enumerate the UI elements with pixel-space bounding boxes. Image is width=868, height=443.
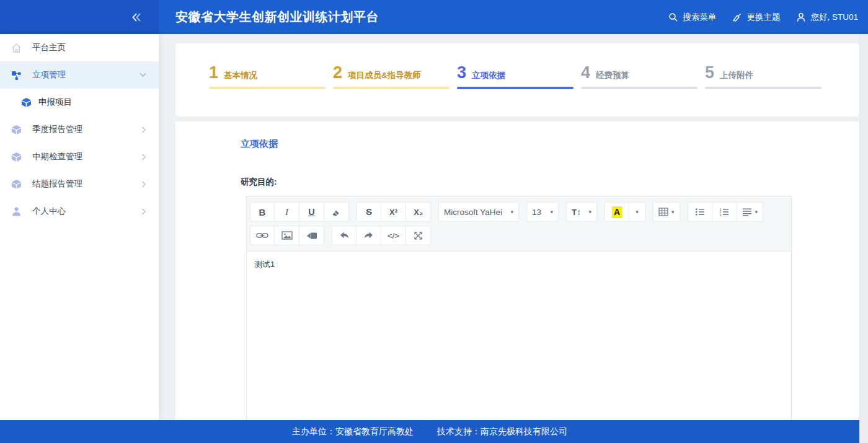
step-label: 上传附件 — [720, 70, 753, 81]
svg-text:3: 3 — [720, 213, 722, 216]
sidebar-item-personal-center[interactable]: 个人中心 — [0, 198, 159, 225]
ordered-list-icon: 1 2 3 — [719, 208, 729, 216]
field-label-research-purpose: 研究目的: — [241, 177, 277, 188]
italic-button[interactable]: I — [275, 202, 299, 222]
sidebar-item-label: 季度报告管理 — [32, 124, 82, 135]
step-number: 2 — [333, 64, 342, 81]
step-label: 基本情况 — [224, 70, 257, 81]
font-color-button[interactable]: A — [604, 202, 629, 222]
line-height-icon: T↕ — [572, 208, 581, 217]
underline-button[interactable]: U — [299, 202, 324, 222]
collapse-sidebar-icon[interactable] — [131, 12, 143, 22]
theme-brush-icon — [732, 12, 742, 22]
chevron-down-icon — [140, 72, 146, 77]
superscript-button[interactable]: X² — [381, 202, 406, 222]
insert-link-button[interactable] — [250, 226, 275, 245]
font-size-dropdown[interactable]: 13 ▾ — [526, 202, 559, 222]
insert-image-button[interactable] — [275, 226, 299, 245]
paragraph-align-dropdown[interactable]: ▾ — [737, 202, 764, 222]
cube-icon — [11, 179, 22, 190]
wizard-steps: 1 基本情况 2 项目成员&指导教师 3 立项依据 4 经费预算 — [209, 64, 829, 89]
sidebar-item-final-report[interactable]: 结题报告管理 — [0, 170, 159, 198]
vertical-scrollbar[interactable] — [859, 34, 868, 443]
image-icon — [281, 231, 293, 240]
fullscreen-button[interactable] — [406, 226, 431, 245]
bold-button[interactable]: B — [250, 202, 275, 222]
insert-video-button[interactable] — [299, 226, 324, 245]
editor-content-area[interactable]: 测试1 — [247, 252, 791, 434]
redo-icon — [363, 231, 374, 240]
search-menu-button[interactable]: 搜索菜单 — [668, 12, 716, 23]
strikethrough-button[interactable]: S — [356, 202, 381, 222]
sidebar-item-project-management[interactable]: 立项管理 — [0, 61, 159, 89]
unordered-list-button[interactable] — [688, 202, 712, 222]
editor-toolbar: B I U S X² X₂ — [247, 196, 791, 252]
step-budget[interactable]: 4 经费预算 — [581, 64, 705, 89]
clear-format-button[interactable] — [324, 202, 349, 222]
sidebar: 平台主页 立项管理 申报项目 — [0, 34, 159, 420]
link-icon — [256, 232, 268, 239]
subscript-button[interactable]: X₂ — [406, 202, 431, 222]
caret-down-icon: ▾ — [588, 209, 591, 215]
caret-down-icon: ▾ — [755, 209, 758, 215]
video-icon — [306, 232, 317, 240]
eraser-icon — [331, 207, 342, 217]
ordered-list-button[interactable]: 1 2 3 — [712, 202, 737, 222]
step-underline — [333, 87, 450, 89]
font-color-dropdown[interactable]: ▾ — [629, 202, 645, 222]
undo-icon — [339, 231, 350, 240]
sidebar-item-quarterly-report[interactable]: 季度报告管理 — [0, 116, 159, 143]
user-greeting-label: 您好, STU01 — [810, 12, 858, 23]
font-family-dropdown[interactable]: Microsoft YaHei ▾ — [438, 202, 519, 222]
sidebar-item-home[interactable]: 平台主页 — [0, 34, 159, 61]
step-basic-info[interactable]: 1 基本情况 — [209, 64, 333, 89]
sidebar-item-label: 结题报告管理 — [32, 178, 82, 190]
sidebar-item-label: 立项管理 — [32, 69, 66, 81]
rich-text-editor: B I U S X² X₂ — [246, 196, 792, 420]
step-number: 4 — [581, 64, 590, 81]
step-members-teachers[interactable]: 2 项目成员&指导教师 — [333, 64, 457, 89]
redo-button[interactable] — [356, 226, 381, 245]
chevron-right-icon — [141, 181, 146, 188]
line-height-dropdown[interactable]: T↕ ▾ — [566, 202, 597, 222]
step-label: 经费预算 — [596, 70, 629, 81]
fullscreen-icon — [414, 231, 423, 240]
align-icon — [742, 208, 752, 216]
app-title: 安徽省大学生创新创业训练计划平台 — [175, 0, 379, 34]
step-project-basis[interactable]: 3 立项依据 — [457, 64, 581, 89]
home-icon — [11, 43, 22, 53]
sidebar-item-declare-project[interactable]: 申报项目 — [0, 89, 159, 116]
change-theme-label: 更换主题 — [746, 12, 780, 23]
undo-button[interactable] — [332, 226, 356, 245]
top-header: 安徽省大学生创新创业训练计划平台 搜索菜单 更换主题 — [0, 0, 868, 34]
caret-down-icon: ▾ — [510, 209, 513, 215]
project-tree-icon — [11, 70, 22, 81]
step-underline — [705, 87, 822, 89]
cube-icon — [21, 97, 32, 108]
font-color-icon: A — [612, 206, 622, 218]
sidebar-item-label: 平台主页 — [32, 42, 66, 53]
code-view-button[interactable]: </> — [381, 226, 406, 245]
step-label: 项目成员&指导教师 — [348, 70, 421, 81]
step-underline — [581, 87, 698, 89]
footer-organizer: 主办单位：安徽省教育厅高教处 — [292, 426, 414, 437]
step-underline — [457, 87, 574, 89]
search-icon — [668, 12, 678, 22]
caret-down-icon: ▾ — [671, 209, 675, 215]
sidebar-item-midterm-check[interactable]: 中期检查管理 — [0, 143, 159, 170]
font-size-value: 13 — [532, 208, 541, 217]
step-underline — [209, 87, 326, 89]
sidebar-item-label: 申报项目 — [38, 97, 72, 108]
step-attachments[interactable]: 5 上传附件 — [705, 64, 829, 89]
change-theme-button[interactable]: 更换主题 — [732, 12, 780, 23]
header-sidebar-segment — [0, 0, 159, 34]
table-dropdown[interactable]: ▾ — [653, 202, 680, 222]
user-menu[interactable]: 您好, STU01 — [796, 12, 858, 23]
person-icon — [11, 206, 22, 217]
cube-icon — [11, 152, 22, 162]
caret-down-icon: ▾ — [550, 209, 553, 215]
footer-support: 技术支持：南京先极科技有限公司 — [437, 426, 567, 437]
user-icon — [796, 12, 806, 22]
step-number: 5 — [705, 64, 714, 81]
caret-down-icon: ▾ — [636, 209, 639, 215]
